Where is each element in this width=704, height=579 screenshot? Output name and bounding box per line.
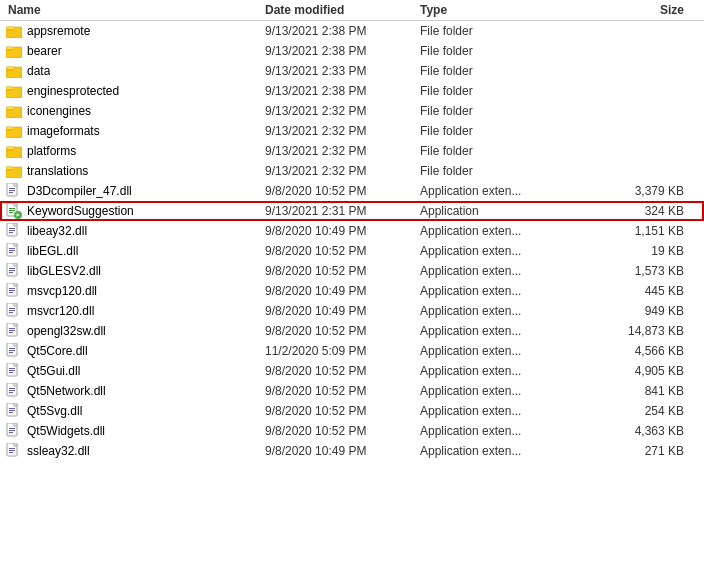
file-name-cell: KeywordSuggestion	[0, 203, 265, 219]
file-type: File folder	[420, 144, 585, 158]
folder-icon	[6, 84, 22, 98]
svg-rect-45	[9, 288, 15, 289]
table-row[interactable]: libEGL.dll 9/8/2020 10:52 PM Application…	[0, 241, 704, 261]
table-row[interactable]: enginesprotected 9/13/2021 2:38 PM File …	[0, 81, 704, 101]
svg-rect-30	[9, 228, 15, 229]
svg-rect-67	[9, 372, 13, 373]
table-row[interactable]: KeywordSuggestion 9/13/2021 2:31 PM Appl…	[0, 201, 704, 221]
table-row[interactable]: msvcp120.dll 9/8/2020 10:49 PM Applicati…	[0, 281, 704, 301]
table-row[interactable]: data 9/13/2021 2:33 PM File folder	[0, 61, 704, 81]
dll-icon	[6, 303, 22, 319]
table-row[interactable]: Qt5Gui.dll 9/8/2020 10:52 PM Application…	[0, 361, 704, 381]
table-row[interactable]: msvcr120.dll 9/8/2020 10:49 PM Applicati…	[0, 301, 704, 321]
table-row[interactable]: Qt5Core.dll 11/2/2020 5:09 PM Applicatio…	[0, 341, 704, 361]
table-row[interactable]: translations 9/13/2021 2:32 PM File fold…	[0, 161, 704, 181]
file-type: Application exten...	[420, 324, 585, 338]
file-type: Application	[420, 204, 585, 218]
file-date: 9/13/2021 2:32 PM	[265, 164, 420, 178]
header-type[interactable]: Type	[420, 3, 585, 17]
svg-rect-44	[14, 283, 17, 286]
dll-icon	[6, 283, 22, 299]
table-row[interactable]: D3Dcompiler_47.dll 9/8/2020 10:52 PM App…	[0, 181, 704, 201]
table-row[interactable]: opengl32sw.dll 9/8/2020 10:52 PM Applica…	[0, 321, 704, 341]
file-name-cell: opengl32sw.dll	[0, 323, 265, 339]
file-type: Application exten...	[420, 344, 585, 358]
file-name-cell: bearer	[0, 44, 265, 58]
file-name-cell: Qt5Svg.dll	[0, 403, 265, 419]
file-name-cell: ssleay32.dll	[0, 443, 265, 459]
file-name-text: msvcp120.dll	[27, 284, 97, 298]
svg-rect-82	[9, 432, 13, 433]
header-date[interactable]: Date modified	[265, 3, 420, 17]
file-name-cell: libGLESV2.dll	[0, 263, 265, 279]
file-date: 9/8/2020 10:52 PM	[265, 264, 420, 278]
file-name-text: appsremote	[27, 24, 90, 38]
file-name-cell: iconengines	[0, 104, 265, 118]
svg-rect-59	[14, 343, 17, 346]
file-type: Application exten...	[420, 384, 585, 398]
table-row[interactable]: Qt5Network.dll 9/8/2020 10:52 PM Applica…	[0, 381, 704, 401]
svg-rect-69	[14, 383, 17, 386]
file-date: 9/13/2021 2:38 PM	[265, 24, 420, 38]
file-type: Application exten...	[420, 404, 585, 418]
svg-rect-81	[9, 430, 15, 431]
svg-rect-37	[9, 252, 13, 253]
svg-rect-35	[9, 248, 15, 249]
file-type: File folder	[420, 164, 585, 178]
table-row[interactable]: platforms 9/13/2021 2:32 PM File folder	[0, 141, 704, 161]
file-type: File folder	[420, 104, 585, 118]
table-row[interactable]: libeay32.dll 9/8/2020 10:49 PM Applicati…	[0, 221, 704, 241]
file-date: 9/8/2020 10:52 PM	[265, 404, 420, 418]
file-size: 841 KB	[585, 384, 704, 398]
svg-rect-32	[9, 232, 13, 233]
svg-rect-61	[9, 350, 15, 351]
svg-rect-56	[9, 330, 15, 331]
table-row[interactable]: Qt5Widgets.dll 9/8/2020 10:52 PM Applica…	[0, 421, 704, 441]
file-list: Name Date modified Type Size appsremote …	[0, 0, 704, 461]
table-header[interactable]: Name Date modified Type Size	[0, 0, 704, 21]
svg-rect-49	[14, 303, 17, 306]
file-date: 9/13/2021 2:33 PM	[265, 64, 420, 78]
table-row[interactable]: bearer 9/13/2021 2:38 PM File folder	[0, 41, 704, 61]
file-type: Application exten...	[420, 244, 585, 258]
file-date: 9/13/2021 2:31 PM	[265, 204, 420, 218]
dll-icon	[6, 263, 22, 279]
file-name-text: KeywordSuggestion	[27, 204, 134, 218]
svg-rect-74	[14, 403, 17, 406]
file-date: 9/13/2021 2:38 PM	[265, 44, 420, 58]
table-row[interactable]: ssleay32.dll 9/8/2020 10:49 PM Applicati…	[0, 441, 704, 461]
file-name-text: libGLESV2.dll	[27, 264, 101, 278]
svg-rect-84	[14, 443, 17, 446]
folder-icon	[6, 64, 22, 78]
file-name-cell: appsremote	[0, 24, 265, 38]
file-type: File folder	[420, 64, 585, 78]
svg-rect-60	[9, 348, 15, 349]
table-row[interactable]: imageformats 9/13/2021 2:32 PM File fold…	[0, 121, 704, 141]
svg-rect-36	[9, 250, 15, 251]
file-date: 9/8/2020 10:52 PM	[265, 324, 420, 338]
file-date: 9/8/2020 10:52 PM	[265, 244, 420, 258]
table-row[interactable]: appsremote 9/13/2021 2:38 PM File folder	[0, 21, 704, 41]
svg-rect-25	[9, 212, 13, 213]
table-row[interactable]: Qt5Svg.dll 9/8/2020 10:52 PM Application…	[0, 401, 704, 421]
svg-rect-29	[14, 223, 17, 226]
folder-icon	[6, 144, 22, 158]
file-size: 3,379 KB	[585, 184, 704, 198]
file-name-text: libeay32.dll	[27, 224, 87, 238]
file-date: 9/8/2020 10:52 PM	[265, 184, 420, 198]
table-row[interactable]: iconengines 9/13/2021 2:32 PM File folde…	[0, 101, 704, 121]
header-name[interactable]: Name	[0, 3, 265, 17]
file-date: 9/8/2020 10:52 PM	[265, 364, 420, 378]
file-name-text: data	[27, 64, 50, 78]
file-size: 271 KB	[585, 444, 704, 458]
svg-rect-57	[9, 332, 13, 333]
file-name-text: msvcr120.dll	[27, 304, 94, 318]
svg-rect-54	[14, 323, 17, 326]
exe-icon	[6, 203, 22, 219]
table-row[interactable]: libGLESV2.dll 9/8/2020 10:52 PM Applicat…	[0, 261, 704, 281]
file-name-text: platforms	[27, 144, 76, 158]
file-type: Application exten...	[420, 364, 585, 378]
file-size: 4,363 KB	[585, 424, 704, 438]
file-name-text: D3Dcompiler_47.dll	[27, 184, 132, 198]
header-size[interactable]: Size	[585, 3, 704, 17]
